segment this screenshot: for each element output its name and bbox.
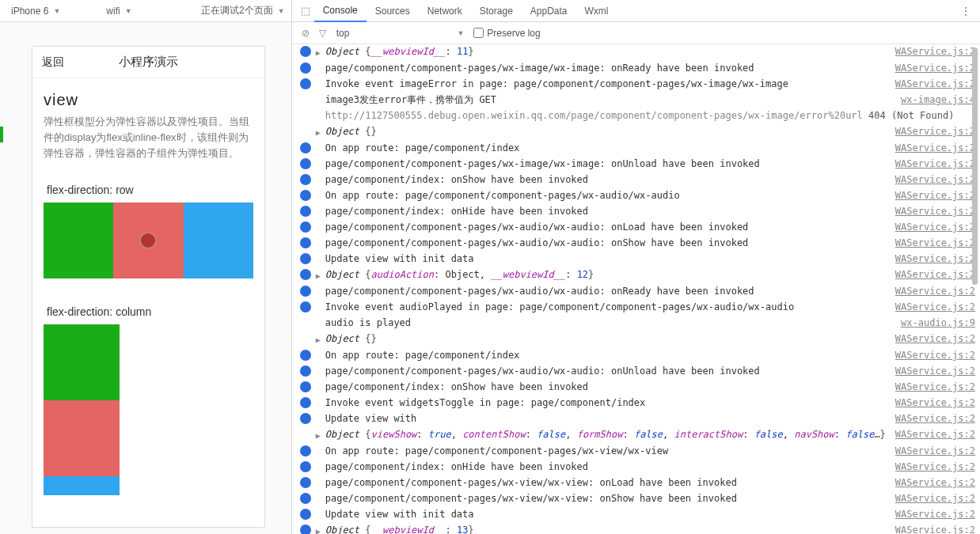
inspect-icon[interactable]: ⬚ xyxy=(297,5,314,17)
console-source-link[interactable]: WAService.js:2 xyxy=(895,236,975,251)
console-source-link[interactable]: wx-audio.js:9 xyxy=(901,316,975,331)
context-select[interactable]: top ▼ xyxy=(336,28,465,39)
scrollbar-thumb[interactable] xyxy=(972,47,978,285)
console-row[interactable]: page/component/component-pages/wx-audio/… xyxy=(294,284,980,300)
console-row[interactable]: On app route: page/component/indexWAServ… xyxy=(294,141,980,157)
tab-appdata[interactable]: AppData xyxy=(522,0,576,22)
info-icon xyxy=(300,78,311,89)
console-row[interactable]: Update view with init dataWAService.js:2 xyxy=(294,252,980,267)
console-source-link[interactable]: WAService.js:2 xyxy=(895,61,975,76)
console-source-link[interactable]: WAService.js:2 xyxy=(895,427,975,442)
preserve-log-toggle[interactable]: Preserve log xyxy=(473,28,540,39)
console-row[interactable]: page/component/component-pages/wx-audio/… xyxy=(294,236,980,252)
console-source-link[interactable]: WAService.js:2 xyxy=(895,523,975,534)
console-source-link[interactable]: WAService.js:2 xyxy=(895,411,975,426)
console-row[interactable]: ▶Object {viewShow: true, contentShow: fa… xyxy=(294,427,980,444)
console-source-link[interactable]: WAService.js:2 xyxy=(895,44,975,59)
disclosure-icon[interactable]: ▶ xyxy=(316,125,324,140)
disclosure-icon[interactable]: ▶ xyxy=(316,332,324,347)
console-source-link[interactable]: WAService.js:2 xyxy=(895,348,975,363)
console-row[interactable]: page/component/index: onHide have been i… xyxy=(294,460,980,475)
console-row[interactable]: page/component/index: onHide have been i… xyxy=(294,204,980,220)
more-menu-icon[interactable]: ⋮ xyxy=(952,6,980,17)
console-source-link[interactable]: WAService.js:2 xyxy=(895,460,975,475)
console-message: Object {} xyxy=(325,331,886,347)
console-source-link[interactable]: wx-image.js:4 xyxy=(901,93,975,108)
console-row[interactable]: On app route: page/component/component-p… xyxy=(294,444,980,460)
console-row[interactable]: http://1127500555.debug.open.weixin.qq.c… xyxy=(294,108,980,124)
accent-bar xyxy=(0,127,3,142)
console-row[interactable]: page/component/index: onShow have been i… xyxy=(294,172,980,188)
console-row[interactable]: Update view with init dataWAService.js:2 xyxy=(294,507,980,523)
network-select[interactable]: wifi ▼ xyxy=(95,0,142,21)
demo-box-red xyxy=(44,400,120,476)
console-row[interactable]: page/component/component-pages/wx-audio/… xyxy=(294,364,980,380)
console-source-link[interactable]: WAService.js:2 xyxy=(895,204,975,219)
console-message: On app route: page/component/component-p… xyxy=(325,188,886,203)
disclosure-icon[interactable]: ▶ xyxy=(316,524,324,534)
console-row[interactable]: image3发生error事件，携带值为 GETwx-image.js:4 xyxy=(294,93,980,108)
console-source-link[interactable]: WAService.js:2 xyxy=(895,252,975,267)
console-row[interactable]: page/component/component-pages/wx-image/… xyxy=(294,61,980,77)
console-row[interactable]: ▶Object {}WAService.js:2 xyxy=(294,124,980,141)
console-source-link[interactable]: WAService.js:2 xyxy=(895,220,975,235)
console-source-link[interactable]: WAService.js:2 xyxy=(895,396,975,411)
disclosure-icon[interactable]: ▶ xyxy=(316,45,324,60)
chevron-down-icon: ▼ xyxy=(457,29,464,37)
console-row[interactable]: ▶Object {audioAction: Object, __webviewI… xyxy=(294,267,980,284)
preserve-log-checkbox[interactable] xyxy=(473,28,484,38)
device-select[interactable]: iPhone 6 ▼ xyxy=(0,0,71,21)
console-source-link[interactable]: WAService.js:2 xyxy=(895,141,975,156)
console-message: On app route: page/component/component-p… xyxy=(325,444,886,459)
console-output[interactable]: ▶Object {__webviewId__: 11}WAService.js:… xyxy=(292,44,980,534)
console-message: Update view with xyxy=(325,411,886,426)
console-source-link[interactable]: WAService.js:2 xyxy=(895,172,975,187)
console-row[interactable]: ▶Object {__webviewId__: 13}WAService.js:… xyxy=(294,523,980,534)
console-row[interactable]: page/component/component-pages/wx-audio/… xyxy=(294,220,980,236)
console-row[interactable]: Update view withWAService.js:2 xyxy=(294,411,980,427)
console-row[interactable]: audio is playedwx-audio.js:9 xyxy=(294,316,980,331)
console-source-link[interactable]: WAService.js:2 xyxy=(895,284,975,299)
console-source-link[interactable]: WAService.js:2 xyxy=(895,77,975,92)
console-source-link[interactable]: WAService.js:2 xyxy=(895,124,975,139)
console-row[interactable]: page/component/component-pages/wx-image/… xyxy=(294,157,980,172)
console-source-link[interactable]: WAService.js:2 xyxy=(895,157,975,172)
console-row[interactable]: On app route: page/component/component-p… xyxy=(294,188,980,204)
console-row[interactable]: Invoke event audioPlayed in page: page/c… xyxy=(294,300,980,316)
tab-console[interactable]: Console xyxy=(314,0,367,22)
console-source-link[interactable]: WAService.js:2 xyxy=(895,380,975,395)
console-source-link[interactable]: WAService.js:2 xyxy=(895,267,975,282)
console-row[interactable]: page/component/component-pages/wx-view/w… xyxy=(294,475,980,491)
console-source-link[interactable]: WAService.js:2 xyxy=(895,300,975,315)
console-source-link[interactable]: WAService.js:2 xyxy=(895,507,975,522)
console-source-link[interactable]: WAService.js:2 xyxy=(895,188,975,203)
console-row[interactable]: page/component/index: onShow have been i… xyxy=(294,380,980,396)
debug-status-select[interactable]: 正在调试2个页面 ▼ xyxy=(190,0,291,21)
tab-network[interactable]: Network xyxy=(419,0,471,22)
back-button[interactable]: 返回 xyxy=(42,55,64,70)
console-source-link[interactable]: WAService.js:2 xyxy=(895,331,975,347)
tab-storage[interactable]: Storage xyxy=(471,0,522,22)
disclosure-icon[interactable]: ▶ xyxy=(316,428,324,443)
info-icon xyxy=(300,413,311,424)
tab-wxml[interactable]: Wxml xyxy=(576,0,617,22)
console-row[interactable]: On app route: page/component/indexWAServ… xyxy=(294,348,980,364)
console-source-link[interactable]: WAService.js:2 xyxy=(895,475,975,490)
console-row[interactable]: Invoke event widgetsToggle in page: page… xyxy=(294,396,980,411)
console-message: page/component/component-pages/wx-audio/… xyxy=(325,364,886,379)
console-row[interactable]: Invoke event imageError in page: page/co… xyxy=(294,77,980,93)
console-source-link[interactable]: WAService.js:2 xyxy=(895,364,975,379)
disclosure-icon[interactable]: ▶ xyxy=(316,268,324,283)
console-row[interactable]: page/component/component-pages/wx-view/w… xyxy=(294,491,980,507)
devtools-panel: ⬚ Console Sources Network Storage AppDat… xyxy=(292,0,980,534)
chevron-down-icon: ▼ xyxy=(278,7,285,15)
console-row[interactable]: ▶Object {}WAService.js:2 xyxy=(294,331,980,348)
filter-icon[interactable]: ▽ xyxy=(314,28,332,39)
console-row[interactable]: ▶Object {__webviewId__: 11}WAService.js:… xyxy=(294,44,980,61)
console-source-link[interactable]: WAService.js:2 xyxy=(895,444,975,459)
console-message: Update view with init data xyxy=(325,252,886,267)
clear-console-icon[interactable]: ⊘ xyxy=(297,28,314,39)
info-icon xyxy=(300,397,311,408)
console-source-link[interactable]: WAService.js:2 xyxy=(895,491,975,506)
tab-sources[interactable]: Sources xyxy=(367,0,419,22)
